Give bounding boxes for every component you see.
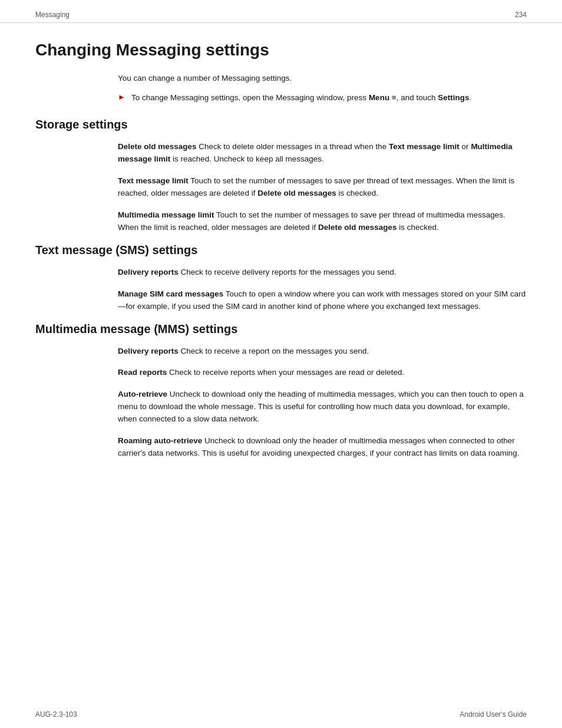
section-mms-heading: Multimedia message (MMS) settings bbox=[35, 322, 527, 336]
setting-desc-auto-retrieve: Uncheck to download only the heading of … bbox=[118, 390, 524, 423]
section-storage: Storage settings Delete old messages Che… bbox=[35, 118, 527, 234]
setting-auto-retrieve: Auto-retrieve Uncheck to download only t… bbox=[118, 388, 527, 426]
setting-name-text-limit: Text message limit bbox=[118, 176, 189, 185]
setting-desc-sms-delivery: Check to receive delivery reports for th… bbox=[181, 268, 396, 276]
bullet-text: To change Messaging settings, open the M… bbox=[131, 92, 471, 104]
setting-name-sms-delivery: Delivery reports bbox=[118, 268, 178, 276]
header-bar: Messaging 234 bbox=[0, 0, 562, 23]
section-storage-heading: Storage settings bbox=[35, 118, 527, 131]
setting-delete-old-messages: Delete old messages Check to delete olde… bbox=[118, 141, 527, 166]
setting-read-reports: Read reports Check to receive reports wh… bbox=[118, 367, 527, 379]
setting-name-mms-limit: Multimedia message limit bbox=[118, 210, 214, 219]
section-mms: Multimedia message (MMS) settings Delive… bbox=[35, 322, 527, 460]
footer-bar: AUG-2.3-103 Android User's Guide bbox=[0, 701, 562, 728]
setting-desc-mms-delivery: Check to receive a report on the message… bbox=[181, 347, 369, 355]
bold-delete-old-msgs2: Delete old messages bbox=[318, 223, 397, 232]
footer-guide-label: Android User's Guide bbox=[459, 710, 527, 719]
section-sms: Text message (SMS) settings Delivery rep… bbox=[35, 243, 527, 313]
setting-desc-read-reports: Check to receive reports when your messa… bbox=[169, 368, 404, 377]
setting-text-message-limit: Text message limit Touch to set the numb… bbox=[118, 175, 527, 200]
bullet-arrow-icon: ► bbox=[118, 93, 125, 104]
section-sms-heading: Text message (SMS) settings bbox=[35, 243, 527, 257]
setting-sms-delivery-reports: Delivery reports Check to receive delive… bbox=[118, 266, 527, 279]
intro-text: You can change a number of Messaging set… bbox=[118, 74, 527, 83]
setting-roaming-auto-retrieve: Roaming auto-retrieve Uncheck to downloa… bbox=[118, 435, 527, 460]
setting-name-auto-retrieve: Auto-retrieve bbox=[118, 390, 167, 398]
setting-multimedia-message-limit: Multimedia message limit Touch to set th… bbox=[118, 209, 527, 234]
setting-name-roaming-auto: Roaming auto-retrieve bbox=[118, 436, 202, 445]
page-container: Messaging 234 Changing Messaging setting… bbox=[0, 0, 562, 728]
bold-delete-old-msgs: Delete old messages bbox=[257, 189, 336, 197]
page-title: Changing Messaging settings bbox=[35, 41, 527, 60]
setting-name-delete-old: Delete old messages bbox=[118, 142, 197, 151]
setting-name-manage-sim: Manage SIM card messages bbox=[118, 289, 223, 298]
setting-manage-sim: Manage SIM card messages Touch to open a… bbox=[118, 288, 527, 313]
settings-bold: Settings bbox=[438, 93, 469, 102]
bullet-item: ► To change Messaging settings, open the… bbox=[118, 92, 527, 104]
setting-mms-delivery-reports: Delivery reports Check to receive a repo… bbox=[118, 345, 527, 358]
setting-name-read-reports: Read reports bbox=[118, 368, 167, 377]
setting-name-mms-delivery: Delivery reports bbox=[118, 347, 178, 355]
content-area: Changing Messaging settings You can chan… bbox=[0, 23, 562, 493]
bold-text-msg-limit: Text message limit bbox=[389, 142, 459, 151]
header-section-label: Messaging bbox=[35, 11, 70, 19]
header-page-number: 234 bbox=[515, 11, 527, 19]
menu-bold: Menu bbox=[369, 93, 389, 102]
footer-doc-id: AUG-2.3-103 bbox=[35, 710, 77, 719]
